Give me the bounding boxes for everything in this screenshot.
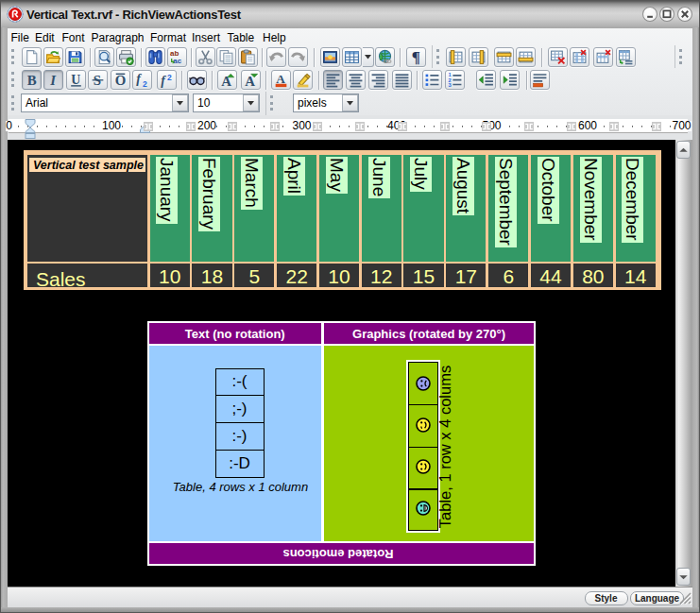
svg-text:U: U [71, 73, 80, 87]
svg-text:ac: ac [173, 57, 181, 65]
svg-text:f: f [136, 72, 142, 86]
svg-text:¶: ¶ [411, 49, 419, 65]
svg-text:2: 2 [143, 79, 147, 88]
svg-text:2: 2 [167, 73, 172, 82]
svg-text:O: O [114, 73, 126, 88]
svg-text:I: I [50, 73, 58, 88]
svg-text:f: f [161, 74, 166, 88]
svg-text:3: 3 [448, 82, 452, 88]
svg-text:A: A [276, 72, 285, 86]
svg-text:B: B [27, 73, 37, 88]
